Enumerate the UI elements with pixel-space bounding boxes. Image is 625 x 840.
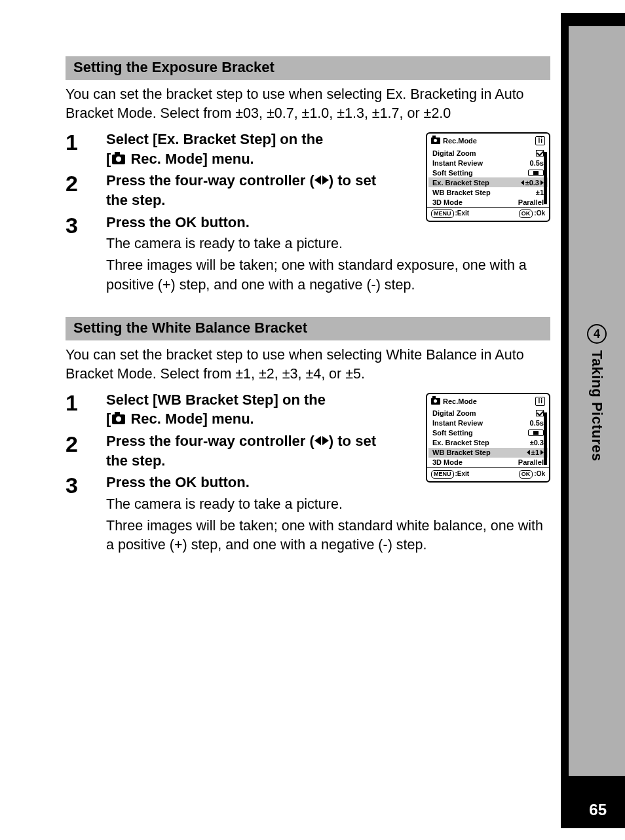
section-header-exposure: Setting the Exposure Bracket bbox=[66, 56, 550, 80]
step-number: 1 bbox=[66, 130, 106, 153]
lcd-row-label: 3D Mode bbox=[432, 198, 463, 206]
lcd-scrollbar bbox=[544, 152, 547, 204]
step-number: 2 bbox=[66, 171, 106, 194]
manual-page: 4 Taking Pictures 65 Setting the Exposur… bbox=[0, 0, 625, 840]
arrow-right-icon bbox=[322, 175, 329, 185]
slider-icon bbox=[528, 170, 544, 176]
lcd-footer-left: Exit bbox=[457, 470, 469, 477]
lcd-row-label: Instant Review bbox=[432, 159, 483, 167]
steps-block: Rec.Mode Ii Digital Zoom Instant Review0… bbox=[66, 390, 550, 555]
step-note: The camera is ready to take a picture. bbox=[106, 234, 550, 253]
lcd-title: Rec.Mode bbox=[443, 397, 477, 405]
step-number: 1 bbox=[66, 390, 106, 414]
step-title: Select [WB Bracket Step] on the [ Rec. M… bbox=[106, 390, 388, 429]
step-3: 3 Press the OK button. The camera is rea… bbox=[66, 473, 550, 555]
lcd-row-label: Instant Review bbox=[432, 419, 483, 427]
lcd-row-value: ±1 bbox=[531, 448, 539, 456]
lcd-row-value: ±1 bbox=[511, 189, 544, 196]
chapter-circle: 4 bbox=[587, 324, 607, 344]
lcd-row-label: 3D Mode bbox=[432, 458, 463, 466]
step-3: 3 Press the OK button. The camera is rea… bbox=[66, 213, 550, 295]
ok-pill: OK bbox=[519, 210, 533, 218]
ok-pill: OK bbox=[519, 470, 533, 479]
step-note: Three images will be taken; one with sta… bbox=[106, 256, 550, 294]
arrow-left-icon bbox=[527, 450, 530, 455]
lcd-row-selected: Ex. Bracket Step±0.3 bbox=[428, 177, 548, 187]
menu-pill: MENU bbox=[431, 470, 454, 479]
camera-icon bbox=[431, 398, 440, 405]
lcd-title: Rec.Mode bbox=[443, 137, 477, 145]
arrow-right-icon bbox=[322, 436, 329, 445]
lcd-row-label: Ex. Bracket Step bbox=[432, 179, 489, 187]
lcd-scrollbar bbox=[544, 412, 547, 465]
lcd-footer-right: Ok bbox=[537, 210, 545, 217]
checkbox-icon bbox=[536, 150, 544, 156]
lcd-screenshot-wb: Rec.Mode Ii Digital Zoom Instant Review0… bbox=[426, 393, 550, 483]
lcd-row-value: Parallel bbox=[511, 198, 544, 206]
lcd-row-label: Soft Setting bbox=[432, 429, 473, 437]
lcd-row-label: Digital Zoom bbox=[432, 409, 476, 417]
page-number: 65 bbox=[589, 801, 607, 819]
lcd-row-label: Soft Setting bbox=[432, 169, 473, 177]
lcd-row-label: Ex. Bracket Step bbox=[432, 439, 489, 447]
section-intro: You can set the bracket step to use when… bbox=[66, 346, 550, 384]
lcd-row-label: WB Bracket Step bbox=[432, 189, 491, 196]
arrow-left-icon bbox=[314, 175, 321, 185]
lcd-row-value: 0.5s bbox=[511, 159, 544, 167]
lcd-row-value: ±0.3 bbox=[525, 179, 539, 187]
step-number: 3 bbox=[66, 213, 106, 236]
camera-icon bbox=[112, 155, 125, 164]
lcd-footer-left: Exit bbox=[457, 210, 469, 217]
step-note: The camera is ready to take a picture. bbox=[106, 495, 550, 514]
lcd-row-value: ±0.3 bbox=[511, 439, 544, 447]
setup-tab-icon: Ii bbox=[535, 136, 545, 145]
section-intro: You can set the bracket step to use when… bbox=[66, 85, 550, 123]
step-number: 2 bbox=[66, 431, 106, 455]
step-note: Three images will be taken; one with sta… bbox=[106, 517, 550, 555]
camera-icon bbox=[112, 414, 125, 424]
arrow-left-icon bbox=[521, 180, 524, 185]
lcd-screenshot-ex: Rec.Mode Ii Digital Zoom Instant Review0… bbox=[426, 132, 550, 222]
step-title: Press the four-way controller () to set … bbox=[106, 431, 394, 470]
lcd-row-label: WB Bracket Step bbox=[432, 448, 491, 456]
slider-icon bbox=[528, 429, 544, 436]
lcd-row-value: 0.5s bbox=[511, 419, 544, 427]
section-header-wb: Setting the White Balance Bracket bbox=[66, 317, 550, 340]
lcd-row-label: Digital Zoom bbox=[432, 149, 476, 157]
side-tab: 4 Taking Pictures bbox=[587, 324, 607, 462]
setup-tab-icon: Ii bbox=[535, 397, 545, 406]
menu-pill: MENU bbox=[431, 210, 454, 218]
steps-block: Rec.Mode Ii Digital Zoom Instant Review0… bbox=[66, 130, 550, 294]
step-number: 3 bbox=[66, 473, 106, 496]
step-title: Press the four-way controller () to set … bbox=[106, 171, 394, 210]
camera-icon bbox=[431, 137, 440, 144]
checkbox-icon bbox=[536, 410, 544, 416]
right-inner-panel: 4 Taking Pictures bbox=[569, 26, 625, 776]
arrow-left-icon bbox=[314, 436, 321, 445]
right-margin: 4 Taking Pictures 65 bbox=[561, 13, 625, 828]
step-title: Select [Ex. Bracket Step] on the [ Rec. … bbox=[106, 130, 388, 168]
chapter-title: Taking Pictures bbox=[588, 350, 605, 462]
lcd-row-value: Parallel bbox=[511, 458, 544, 466]
lcd-row-selected: WB Bracket Step±1 bbox=[428, 448, 548, 458]
lcd-footer-right: Ok bbox=[537, 470, 545, 477]
content-column: Setting the Exposure Bracket You can set… bbox=[66, 56, 550, 557]
